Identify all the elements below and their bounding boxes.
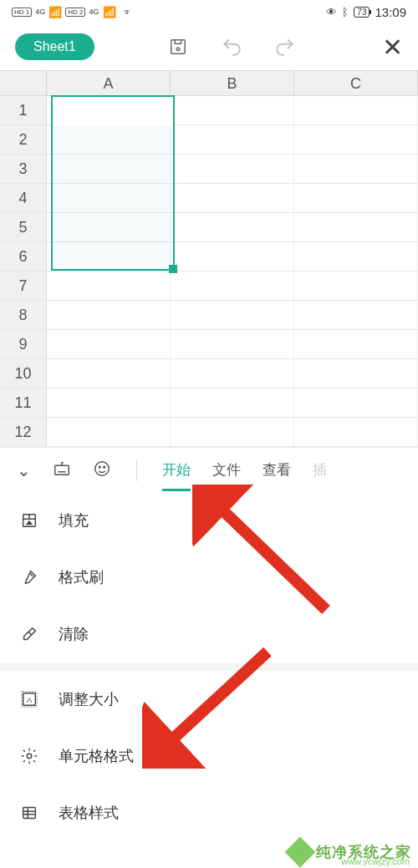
wifi-icon: ᯤ (123, 6, 134, 18)
cell[interactable] (171, 330, 294, 358)
watermark-url: www.ycwjzy.com (341, 856, 410, 866)
save-icon[interactable] (165, 38, 191, 56)
row-header[interactable]: 11 (0, 388, 47, 417)
cell[interactable] (171, 272, 294, 300)
cell[interactable] (171, 184, 294, 212)
column-headers: A B C (0, 71, 418, 96)
col-header-a[interactable]: A (47, 71, 171, 95)
close-icon[interactable]: ✕ (382, 33, 403, 62)
table-row: 6 (0, 242, 418, 272)
menu-item-label: 单元格格式 (59, 746, 134, 766)
redo-icon[interactable] (272, 36, 298, 58)
cell[interactable] (294, 330, 418, 358)
menu-list: 填充 格式刷 清除 A 调整大小 单元格格式 (0, 492, 418, 841)
sheet-tab[interactable]: Sheet1 (15, 33, 94, 60)
tab-start[interactable]: 开始 (162, 460, 191, 480)
cell[interactable] (294, 359, 418, 388)
cell[interactable] (47, 125, 171, 154)
watermark: 纯净系统之家 www.ycwjzy.com (289, 841, 411, 863)
cell[interactable] (47, 359, 171, 388)
menu-item-label: 填充 (59, 510, 89, 530)
cell[interactable] (294, 388, 418, 417)
row-header[interactable]: 9 (0, 330, 47, 358)
row-header[interactable]: 12 (0, 418, 47, 446)
cell[interactable] (47, 242, 171, 271)
cell[interactable] (171, 96, 294, 124)
menu-item-label: 表格样式 (59, 803, 119, 823)
status-bar: HD 1 4G 📶 HD 2 4G 📶 ᯤ 👁 ᛒ 73 13:09 (0, 0, 418, 23)
cell[interactable] (294, 418, 418, 446)
cell[interactable] (171, 213, 294, 241)
col-header-b[interactable]: B (171, 71, 294, 95)
cell[interactable] (47, 213, 171, 241)
battery-indicator: 73 (354, 7, 370, 18)
cell[interactable] (294, 96, 418, 124)
menu-table-style[interactable]: 表格样式 (0, 784, 418, 841)
menu-fill[interactable]: 填充 (0, 492, 418, 549)
panel-tabs: ⌄ 开始 文件 查看 插 (0, 447, 418, 492)
hd1-badge: HD 1 (12, 8, 32, 17)
cell[interactable] (294, 301, 418, 329)
cell[interactable] (294, 213, 418, 241)
menu-cell-format[interactable]: 单元格格式 (0, 728, 418, 784)
cell[interactable] (47, 184, 171, 212)
cell[interactable] (171, 388, 294, 417)
menu-item-label: 格式刷 (59, 567, 104, 587)
undo-icon[interactable] (218, 36, 245, 58)
cell[interactable] (171, 125, 294, 154)
cell[interactable] (294, 155, 418, 183)
cell[interactable] (47, 96, 171, 124)
cell[interactable] (47, 272, 171, 300)
brush-icon (20, 567, 40, 587)
cell[interactable] (47, 388, 171, 417)
assistant-icon[interactable] (93, 459, 111, 481)
resize-icon: A (20, 689, 40, 709)
corner-cell[interactable] (0, 71, 47, 95)
svg-rect-11 (23, 808, 36, 819)
table-row: 10 (0, 359, 418, 388)
fill-icon (20, 510, 40, 530)
row-header[interactable]: 4 (0, 184, 47, 212)
cell[interactable] (171, 418, 294, 446)
row-header[interactable]: 8 (0, 301, 47, 329)
spreadsheet[interactable]: A B C 123456789101112 (0, 70, 418, 447)
cell[interactable] (47, 418, 171, 446)
row-header[interactable]: 10 (0, 359, 47, 388)
cell[interactable] (47, 330, 171, 358)
signal2-text: 4G (89, 8, 99, 16)
menu-clear[interactable]: 清除 (0, 606, 418, 662)
row-header[interactable]: 2 (0, 125, 47, 154)
gear-icon (20, 746, 40, 766)
cell[interactable] (47, 301, 171, 329)
cell[interactable] (294, 242, 418, 271)
signal1-text: 4G (35, 8, 45, 16)
table-row: 3 (0, 155, 418, 184)
tab-more[interactable]: 插 (313, 460, 327, 480)
col-header-c[interactable]: C (294, 71, 418, 95)
row-header[interactable]: 6 (0, 242, 47, 271)
cell[interactable] (294, 125, 418, 154)
cell[interactable] (294, 184, 418, 212)
menu-resize[interactable]: A 调整大小 (0, 671, 418, 728)
cell[interactable] (171, 155, 294, 183)
keyboard-icon[interactable] (53, 459, 71, 481)
row-header[interactable]: 5 (0, 213, 47, 241)
tab-view[interactable]: 查看 (263, 460, 291, 480)
table-row: 2 (0, 125, 418, 155)
svg-point-3 (95, 461, 110, 475)
cell[interactable] (171, 242, 294, 271)
menu-format-brush[interactable]: 格式刷 (0, 549, 418, 606)
row-header[interactable]: 3 (0, 155, 47, 183)
chevron-down-icon[interactable]: ⌄ (17, 460, 31, 480)
row-header[interactable]: 1 (0, 96, 47, 124)
eraser-icon (20, 624, 40, 644)
cell[interactable] (47, 155, 171, 183)
tab-file[interactable]: 文件 (212, 460, 241, 480)
cell[interactable] (171, 301, 294, 329)
clock: 13:09 (375, 5, 406, 19)
table-row: 5 (0, 213, 418, 242)
cell[interactable] (171, 359, 294, 388)
table-row: 1 (0, 96, 418, 125)
cell[interactable] (294, 272, 418, 300)
row-header[interactable]: 7 (0, 272, 47, 300)
